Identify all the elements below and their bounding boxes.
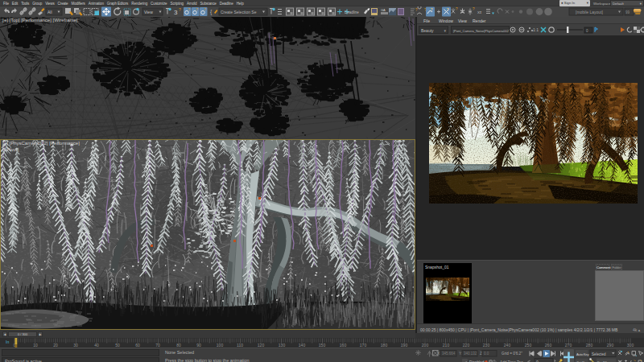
svg-text:3: 3 bbox=[174, 9, 178, 16]
svg-text:0: 0 bbox=[536, 360, 539, 362]
svg-text:Selected: Selected bbox=[592, 352, 606, 356]
svg-text:View: View bbox=[144, 10, 153, 14]
svg-text:In: In bbox=[6, 339, 9, 344]
svg-text:All: All bbox=[47, 10, 52, 14]
svg-text:Deadline: Deadline bbox=[345, 10, 359, 14]
svg-text:Auto Key: Auto Key bbox=[576, 352, 589, 356]
svg-text:99: 99 bbox=[625, 10, 630, 14]
svg-text:0.0: 0.0 bbox=[484, 352, 489, 356]
svg-text:1:1: 1:1 bbox=[533, 27, 539, 32]
svg-text:345.664: 345.664 bbox=[442, 352, 456, 356]
svg-text:Grid = 0'6.2": Grid = 0'6.2" bbox=[502, 352, 522, 356]
svg-text:340.132: 340.132 bbox=[464, 352, 477, 356]
svg-text:Create Selection Se: Create Selection Se bbox=[221, 10, 257, 14]
svg-text:?: ? bbox=[179, 7, 181, 12]
svg-text:xɪ: xɪ bbox=[477, 10, 481, 14]
svg-text:GA: GA bbox=[381, 8, 386, 12]
svg-text:[mobile Layout]: [mobile Layout] bbox=[576, 10, 604, 14]
